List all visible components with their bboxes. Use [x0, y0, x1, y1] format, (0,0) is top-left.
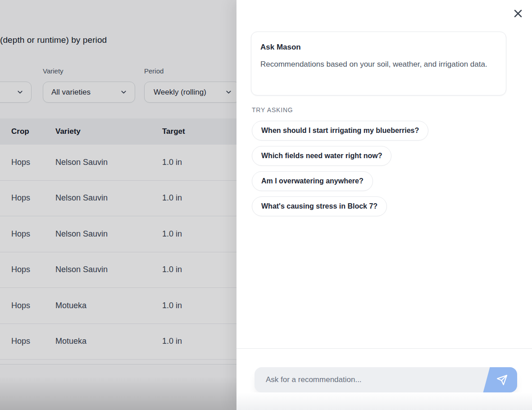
assistant-title: Ask Mason [260, 42, 497, 53]
ask-mason-panel: Ask Mason Recommendations based on your … [236, 0, 532, 410]
close-button[interactable] [511, 7, 525, 20]
suggestion-chip[interactable]: What's causing stress in Block 7? [252, 196, 387, 216]
close-icon [513, 8, 523, 19]
suggestion-chip[interactable]: When should I start irrigating my bluebe… [252, 121, 428, 141]
panel-bottom-fade [236, 392, 532, 410]
send-button[interactable] [483, 367, 517, 392]
assistant-intro-card: Ask Mason Recommendations based on your … [251, 32, 506, 96]
try-asking-heading: TRY ASKING [252, 106, 293, 114]
assistant-description: Recommendations based on your soil, weat… [260, 57, 495, 72]
suggestion-chip-list: When should I start irrigating my bluebe… [252, 121, 428, 216]
suggestion-chip[interactable]: Am I overwatering anywhere? [252, 171, 373, 191]
suggestion-chip[interactable]: Which fields need water right now? [252, 146, 391, 166]
app-root: (depth or runtime) by period Variety Per… [0, 0, 532, 410]
footer-divider [236, 348, 532, 349]
recommendation-input[interactable] [255, 367, 471, 392]
composer-bar [255, 367, 517, 392]
